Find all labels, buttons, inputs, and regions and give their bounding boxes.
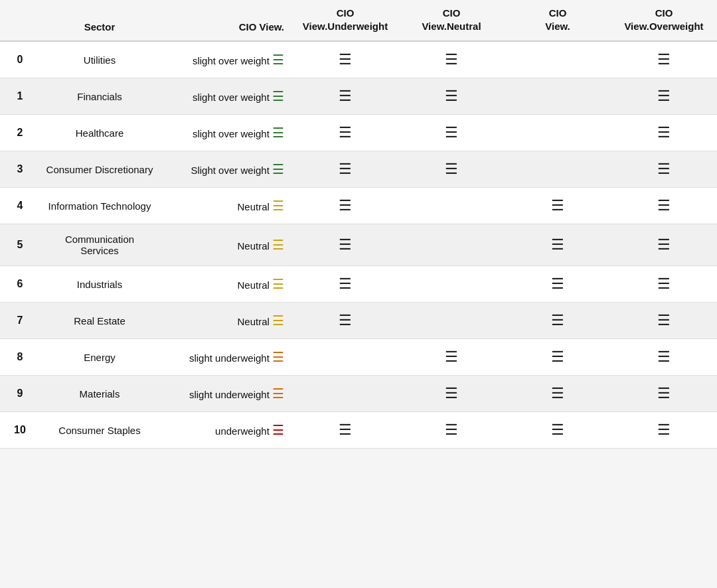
table-row: 0Utilitiesslight over weight ☰☰☰☰ xyxy=(0,41,717,78)
cell-cio-view: Neutral ☰ xyxy=(159,224,292,266)
table-row: 5Communication ServicesNeutral ☰☰☰☰ xyxy=(0,224,717,266)
cell-view: ☰ xyxy=(505,224,611,266)
cell-overweight: ☰ xyxy=(611,78,717,115)
cell-cio-view: slight over weight ☰ xyxy=(159,41,292,78)
cell-neutral: ☰ xyxy=(398,376,505,412)
cell-index: 1 xyxy=(0,78,40,115)
header-index xyxy=(0,0,40,41)
table-row: 3Consumer DiscretionarySlight over weigh… xyxy=(0,151,717,188)
cell-cio-view: Neutral ☰ xyxy=(159,188,292,224)
cell-overweight: ☰ xyxy=(611,376,717,412)
cell-neutral xyxy=(398,224,505,266)
cell-cio-view: underweight ☰ xyxy=(159,412,292,449)
header-view: CIO View. xyxy=(505,0,611,41)
cell-overweight: ☰ xyxy=(611,41,717,78)
cell-sector: Materials xyxy=(40,376,159,412)
table-row: 2Healthcareslight over weight ☰☰☰☰ xyxy=(0,115,717,151)
cell-cio-view: Neutral ☰ xyxy=(159,266,292,303)
table-row: 6IndustrialsNeutral ☰☰☰☰ xyxy=(0,266,717,303)
cell-index: 9 xyxy=(0,376,40,412)
cell-sector: Energy xyxy=(40,339,159,376)
cell-underweight: ☰ xyxy=(292,151,398,188)
cell-sector: Real Estate xyxy=(40,303,159,339)
cell-index: 7 xyxy=(0,303,40,339)
cell-overweight: ☰ xyxy=(611,266,717,303)
cell-neutral: ☰ xyxy=(398,412,505,449)
cell-sector: Healthcare xyxy=(40,115,159,151)
cell-view xyxy=(505,151,611,188)
cell-neutral: ☰ xyxy=(398,78,505,115)
cell-index: 4 xyxy=(0,188,40,224)
cell-sector: Financials xyxy=(40,78,159,115)
cell-underweight: ☰ xyxy=(292,41,398,78)
header-overweight: CIO View.Overweight xyxy=(611,0,717,41)
header-neutral: CIO View.Neutral xyxy=(398,0,505,41)
header-underweight: CIO View.Underweight xyxy=(292,0,398,41)
cell-neutral xyxy=(398,303,505,339)
cell-underweight xyxy=(292,376,398,412)
cell-view xyxy=(505,41,611,78)
cell-index: 8 xyxy=(0,339,40,376)
cell-index: 3 xyxy=(0,151,40,188)
table-row: 8Energyslight underweight ☰☰☰☰ xyxy=(0,339,717,376)
cell-neutral: ☰ xyxy=(398,339,505,376)
cell-overweight: ☰ xyxy=(611,224,717,266)
cell-sector: Industrials xyxy=(40,266,159,303)
cell-index: 0 xyxy=(0,41,40,78)
table-row: 9Materialsslight underweight ☰☰☰☰ xyxy=(0,376,717,412)
cell-overweight: ☰ xyxy=(611,115,717,151)
cell-underweight: ☰ xyxy=(292,224,398,266)
cell-underweight: ☰ xyxy=(292,78,398,115)
cell-view xyxy=(505,115,611,151)
cell-view: ☰ xyxy=(505,376,611,412)
cell-underweight: ☰ xyxy=(292,412,398,449)
header-cio-view: CIO View. xyxy=(159,0,292,41)
cell-underweight: ☰ xyxy=(292,303,398,339)
cell-neutral xyxy=(398,188,505,224)
cell-sector: Utilities xyxy=(40,41,159,78)
header-row: Sector CIO View. CIO View.Underweight CI… xyxy=(0,0,717,41)
cell-overweight: ☰ xyxy=(611,151,717,188)
cell-overweight: ☰ xyxy=(611,412,717,449)
cell-underweight xyxy=(292,339,398,376)
cell-view xyxy=(505,78,611,115)
cell-neutral: ☰ xyxy=(398,115,505,151)
table-body: 0Utilitiesslight over weight ☰☰☰☰1Financ… xyxy=(0,41,717,449)
cell-sector: Communication Services xyxy=(40,224,159,266)
cell-index: 6 xyxy=(0,266,40,303)
cell-view: ☰ xyxy=(505,303,611,339)
cell-neutral xyxy=(398,266,505,303)
table-row: 7Real EstateNeutral ☰☰☰☰ xyxy=(0,303,717,339)
table-row: 1Financialsslight over weight ☰☰☰☰ xyxy=(0,78,717,115)
cell-neutral: ☰ xyxy=(398,41,505,78)
cell-cio-view: slight over weight ☰ xyxy=(159,78,292,115)
cell-sector: Consumer Discretionary xyxy=(40,151,159,188)
cell-cio-view: slight underweight ☰ xyxy=(159,376,292,412)
cell-underweight: ☰ xyxy=(292,266,398,303)
cell-index: 10 xyxy=(0,412,40,449)
cell-view: ☰ xyxy=(505,412,611,449)
cell-view: ☰ xyxy=(505,266,611,303)
table-row: 4Information TechnologyNeutral ☰☰☰☰ xyxy=(0,188,717,224)
sector-table: Sector CIO View. CIO View.Underweight CI… xyxy=(0,0,717,449)
cell-sector: Consumer Staples xyxy=(40,412,159,449)
cell-neutral: ☰ xyxy=(398,151,505,188)
cell-view: ☰ xyxy=(505,188,611,224)
cell-cio-view: Neutral ☰ xyxy=(159,303,292,339)
cell-overweight: ☰ xyxy=(611,339,717,376)
cell-underweight: ☰ xyxy=(292,115,398,151)
cell-overweight: ☰ xyxy=(611,188,717,224)
table-container: Sector CIO View. CIO View.Underweight CI… xyxy=(0,0,717,449)
cell-overweight: ☰ xyxy=(611,303,717,339)
cell-sector: Information Technology xyxy=(40,188,159,224)
cell-cio-view: Slight over weight ☰ xyxy=(159,151,292,188)
cell-index: 2 xyxy=(0,115,40,151)
cell-index: 5 xyxy=(0,224,40,266)
cell-cio-view: slight underweight ☰ xyxy=(159,339,292,376)
cell-underweight: ☰ xyxy=(292,188,398,224)
table-row: 10Consumer Staplesunderweight ☰☰☰☰☰ xyxy=(0,412,717,449)
cell-cio-view: slight over weight ☰ xyxy=(159,115,292,151)
cell-view: ☰ xyxy=(505,339,611,376)
header-sector: Sector xyxy=(40,0,159,41)
